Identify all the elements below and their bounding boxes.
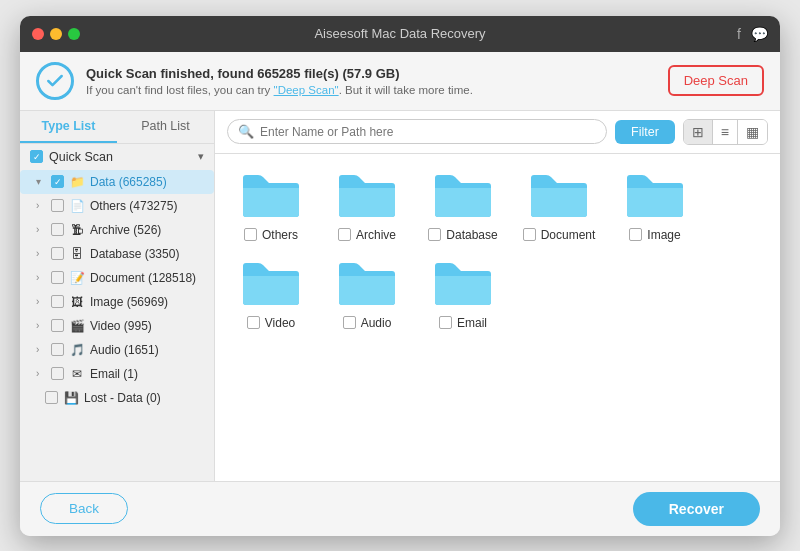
archive-grid-checkbox[interactable]	[338, 228, 351, 241]
search-box: 🔍	[227, 119, 607, 144]
image-grid-checkbox[interactable]	[629, 228, 642, 241]
others-checkbox[interactable]	[51, 199, 64, 212]
scan-subtitle-pre: If you can't find lost files, you can tr…	[86, 84, 274, 96]
quick-scan-row: Quick Scan ▾	[20, 144, 214, 170]
scan-subtitle-post: . But it will take more time.	[339, 84, 473, 96]
sidebar-item-lost-data[interactable]: 💾 Lost - Data (0)	[20, 386, 214, 410]
folder-others[interactable]: Others	[231, 170, 311, 242]
lost-icon: 💾	[63, 391, 79, 405]
sidebar-item-archive[interactable]: › 🗜 Archive (526)	[20, 218, 214, 242]
view-toggle: ⊞ ≡ ▦	[683, 119, 768, 145]
folder-icon: 📁	[69, 175, 85, 189]
email-icon: ✉	[69, 367, 85, 381]
document-label: Document (128518)	[90, 271, 204, 285]
video-grid-checkbox[interactable]	[247, 316, 260, 329]
audio-label: Audio (1651)	[90, 343, 204, 357]
folder-database[interactable]: Database	[423, 170, 503, 242]
email-label: Email (1)	[90, 367, 204, 381]
document-grid-checkbox[interactable]	[523, 228, 536, 241]
close-button[interactable]	[32, 28, 44, 40]
email-folder-label: Email	[457, 316, 487, 330]
folder-archive[interactable]: Archive	[327, 170, 407, 242]
detail-view-button[interactable]: ▦	[738, 120, 767, 144]
app-window: Aiseesoft Mac Data Recovery f 💬 Quick Sc…	[20, 16, 780, 536]
back-button[interactable]: Back	[40, 493, 128, 524]
filter-button[interactable]: Filter	[615, 120, 675, 144]
folder-video-icon	[241, 258, 301, 308]
database-icon: 🗄	[69, 247, 85, 261]
archive-folder-label: Archive	[356, 228, 396, 242]
image-folder-label: Image	[647, 228, 680, 242]
folder-image[interactable]: Image	[615, 170, 695, 242]
sidebar-item-email[interactable]: › ✉ Email (1)	[20, 362, 214, 386]
chat-icon[interactable]: 💬	[751, 26, 768, 42]
deep-scan-link[interactable]: "Deep Scan"	[274, 84, 339, 96]
archive-checkbox[interactable]	[51, 223, 64, 236]
video-checkbox[interactable]	[51, 319, 64, 332]
quick-scan-label: Quick Scan	[49, 150, 113, 164]
sidebar-item-image[interactable]: › 🖼 Image (56969)	[20, 290, 214, 314]
tab-path-list[interactable]: Path List	[117, 111, 214, 143]
grid-view-button[interactable]: ⊞	[684, 120, 713, 144]
search-input[interactable]	[260, 125, 596, 139]
expand-icon: ›	[36, 296, 46, 307]
folder-archive-icon	[337, 170, 397, 220]
bottombar: Back Recover	[20, 481, 780, 536]
archive-icon: 🗜	[69, 223, 85, 237]
sidebar-item-audio[interactable]: › 🎵 Audio (1651)	[20, 338, 214, 362]
sidebar-item-others[interactable]: › 📄 Others (473275)	[20, 194, 214, 218]
video-folder-label: Video	[265, 316, 295, 330]
document-checkbox[interactable]	[51, 271, 64, 284]
others-grid-checkbox[interactable]	[244, 228, 257, 241]
recover-button[interactable]: Recover	[633, 492, 760, 526]
scan-text: Quick Scan finished, found 665285 file(s…	[86, 66, 473, 96]
chevron-down-icon: ▾	[198, 150, 204, 163]
expand-icon: ›	[36, 344, 46, 355]
deep-scan-button[interactable]: Deep Scan	[668, 65, 764, 96]
audio-checkbox[interactable]	[51, 343, 64, 356]
scan-title: Quick Scan finished, found 665285 file(s…	[86, 66, 473, 81]
list-view-button[interactable]: ≡	[713, 120, 738, 144]
sidebar-item-document[interactable]: › 📝 Document (128518)	[20, 266, 214, 290]
folder-video[interactable]: Video	[231, 258, 311, 330]
tab-type-list[interactable]: Type List	[20, 111, 117, 143]
scan-subtitle: If you can't find lost files, you can tr…	[86, 84, 473, 96]
database-checkbox-row: Database	[428, 228, 497, 242]
content-toolbar: 🔍 Filter ⊞ ≡ ▦	[215, 111, 780, 154]
audio-checkbox-row: Audio	[343, 316, 392, 330]
traffic-lights	[32, 28, 80, 40]
titlebar: Aiseesoft Mac Data Recovery f 💬	[20, 16, 780, 52]
audio-grid-checkbox[interactable]	[343, 316, 356, 329]
database-label: Database (3350)	[90, 247, 204, 261]
sidebar-item-video[interactable]: › 🎬 Video (995)	[20, 314, 214, 338]
expand-icon: ›	[36, 272, 46, 283]
quick-scan-left: Quick Scan	[30, 150, 113, 164]
lost-checkbox[interactable]	[45, 391, 58, 404]
database-grid-checkbox[interactable]	[428, 228, 441, 241]
content-area: 🔍 Filter ⊞ ≡ ▦	[215, 111, 780, 481]
folder-email[interactable]: Email	[423, 258, 503, 330]
folder-document-icon	[529, 170, 589, 220]
document-folder-label: Document	[541, 228, 596, 242]
image-checkbox[interactable]	[51, 295, 64, 308]
folder-audio[interactable]: Audio	[327, 258, 407, 330]
sidebar-item-data[interactable]: ▾ 📁 Data (665285)	[20, 170, 214, 194]
sidebar-item-database[interactable]: › 🗄 Database (3350)	[20, 242, 214, 266]
video-icon: 🎬	[69, 319, 85, 333]
folder-document[interactable]: Document	[519, 170, 599, 242]
image-checkbox-row: Image	[629, 228, 680, 242]
minimize-button[interactable]	[50, 28, 62, 40]
email-checkbox[interactable]	[51, 367, 64, 380]
expand-icon: ›	[36, 368, 46, 379]
maximize-button[interactable]	[68, 28, 80, 40]
database-checkbox[interactable]	[51, 247, 64, 260]
sidebar: Type List Path List Quick Scan ▾ ▾ 📁 Dat…	[20, 111, 215, 481]
quick-scan-checkbox[interactable]	[30, 150, 43, 163]
facebook-icon[interactable]: f	[737, 26, 741, 42]
email-grid-checkbox[interactable]	[439, 316, 452, 329]
expand-icon: ›	[36, 248, 46, 259]
image-label: Image (56969)	[90, 295, 204, 309]
check-circle	[36, 62, 74, 100]
data-checkbox[interactable]	[51, 175, 64, 188]
folder-others-icon	[241, 170, 301, 220]
